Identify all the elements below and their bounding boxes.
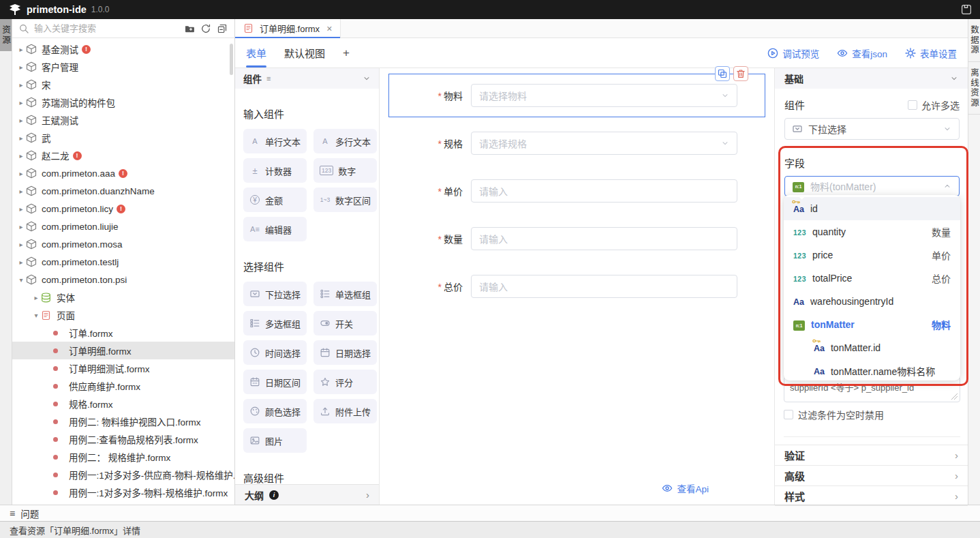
palette-item[interactable]: 评分 bbox=[313, 370, 377, 394]
tree-item[interactable]: 用例二: 物料维护视图入口.formx bbox=[12, 413, 234, 430]
palette-item[interactable]: 图片 bbox=[243, 428, 307, 453]
palette-item[interactable]: 附件上传 bbox=[313, 399, 377, 423]
palette-item[interactable]: ± 计数器 bbox=[243, 158, 307, 183]
checkbox-icon[interactable] bbox=[784, 410, 793, 419]
editor-tab[interactable]: 订单明细.formx × bbox=[235, 19, 341, 38]
palette-item[interactable]: ¥ 金额 bbox=[243, 188, 307, 212]
sidebar-tab-datasource[interactable]: 数据源 bbox=[968, 19, 980, 62]
toolbar-action-button[interactable]: 表单设置 bbox=[905, 46, 957, 60]
outline-bar[interactable]: 大纲 i › bbox=[235, 484, 379, 505]
palette-item[interactable]: 开关 bbox=[313, 311, 377, 335]
field-control[interactable]: 请选择物料 bbox=[471, 84, 737, 107]
chevron-down-icon[interactable] bbox=[363, 74, 371, 83]
tree-item[interactable]: 供应商维护.formx bbox=[12, 377, 234, 395]
expand-arrow-icon[interactable]: ▸ bbox=[16, 117, 26, 124]
palette-header[interactable]: 组件 ≡ bbox=[235, 68, 379, 89]
palette-item[interactable]: 单选框组 bbox=[313, 282, 377, 306]
palette-item[interactable]: A 多行文本 bbox=[313, 129, 377, 153]
refresh-icon[interactable] bbox=[200, 23, 211, 34]
multi-select-checkbox[interactable]: 允许多选 bbox=[908, 98, 960, 112]
palette-item[interactable]: 日期选择 bbox=[313, 340, 377, 365]
form-field-row[interactable]: *数量 请输入 bbox=[388, 217, 765, 260]
dropdown-option[interactable]: 123 totalPrice 总价 bbox=[784, 267, 960, 290]
problems-bar[interactable]: ≡ 问题 bbox=[0, 505, 980, 521]
tree-item[interactable]: ▸ com.primeton.mosa bbox=[12, 235, 234, 253]
expand-arrow-icon[interactable]: ▸ bbox=[16, 223, 26, 230]
delete-field-button[interactable] bbox=[733, 66, 748, 81]
expand-arrow-icon[interactable]: ▸ bbox=[31, 294, 41, 301]
form-field-row[interactable]: *规格 请选择规格 bbox=[388, 121, 765, 165]
expand-arrow-icon[interactable]: ▾ bbox=[16, 276, 26, 284]
view-tab[interactable]: 表单 bbox=[246, 38, 266, 68]
tree-item[interactable]: ▸ 赵二龙 bbox=[12, 147, 234, 164]
props-collapsed-section[interactable]: 高级 › bbox=[775, 465, 968, 485]
tree-item[interactable]: 用例一:1对多对多-物料-规格维护.formx bbox=[12, 483, 234, 501]
expand-arrow-icon[interactable]: ▸ bbox=[16, 258, 26, 266]
view-api-link[interactable]: 查看Api bbox=[662, 481, 709, 495]
toolbar-action-button[interactable]: 调试预览 bbox=[767, 46, 819, 60]
search-input[interactable] bbox=[34, 23, 179, 33]
palette-item[interactable]: 下拉选择 bbox=[243, 282, 307, 306]
copy-field-button[interactable] bbox=[715, 66, 730, 81]
form-field-row[interactable]: *物料 请选择物料 bbox=[388, 74, 765, 117]
sidebar-tab-resources[interactable]: 资源 bbox=[0, 19, 12, 51]
expand-arrow-icon[interactable]: ▾ bbox=[31, 312, 41, 319]
tree-item[interactable]: 用例二： 规格维护.formx bbox=[12, 448, 234, 466]
tree-item[interactable]: 用例二:查看物品规格列表.formx bbox=[12, 430, 234, 448]
expand-arrow-icon[interactable]: ▸ bbox=[16, 241, 26, 248]
collapse-all-icon[interactable] bbox=[217, 23, 228, 34]
tree-item[interactable]: ▸ 武 bbox=[12, 129, 234, 147]
tree-item[interactable]: 规格.formx bbox=[12, 395, 234, 413]
palette-item[interactable]: A 单行文本 bbox=[243, 129, 307, 153]
component-type-select[interactable]: 下拉选择 bbox=[784, 118, 960, 140]
palette-item[interactable]: A≡ 编辑器 bbox=[243, 217, 307, 241]
dropdown-option[interactable]: Aa tonMatter.name物料名称 bbox=[784, 359, 960, 380]
tree-item[interactable]: ▾ 页面 bbox=[12, 306, 234, 324]
tree-item[interactable]: ▸ com.primeton.testlj bbox=[12, 253, 234, 271]
new-folder-icon[interactable] bbox=[184, 23, 195, 34]
sidebar-tab-offline-resources[interactable]: 离线资源 bbox=[968, 62, 980, 115]
filter-disable-checkbox[interactable]: 过滤条件为空时禁用 bbox=[784, 408, 884, 421]
dropdown-option[interactable]: 123 price 单价 bbox=[784, 243, 960, 267]
view-tab[interactable]: + bbox=[343, 38, 350, 68]
close-tab-icon[interactable]: × bbox=[326, 23, 332, 34]
expand-arrow-icon[interactable]: ▸ bbox=[16, 205, 26, 213]
palette-item[interactable]: 1~3 数字区间 bbox=[313, 188, 377, 212]
field-control[interactable]: 请选择规格 bbox=[471, 132, 737, 155]
field-control[interactable]: 请输入 bbox=[471, 275, 737, 298]
tree-item[interactable]: ▸ 宋 bbox=[12, 76, 234, 93]
tree-item[interactable]: ▸ 王斌测试 bbox=[12, 111, 234, 129]
form-field-row[interactable]: *总价 请输入 bbox=[388, 265, 765, 308]
expand-arrow-icon[interactable]: ▸ bbox=[16, 188, 26, 195]
palette-item[interactable]: 123 数字 bbox=[313, 158, 377, 183]
tree-item[interactable]: ▸ 苏瑞测试的构件包 bbox=[12, 93, 234, 111]
expand-arrow-icon[interactable]: ▸ bbox=[16, 81, 26, 89]
expand-arrow-icon[interactable]: ▸ bbox=[16, 170, 26, 177]
tree-item[interactable]: ▸ 实体 bbox=[12, 288, 234, 306]
props-collapsed-section[interactable]: 样式 › bbox=[775, 485, 968, 506]
toolbar-action-button[interactable]: 查看json bbox=[837, 46, 887, 60]
expand-arrow-icon[interactable]: ▸ bbox=[16, 63, 26, 71]
tree-item[interactable]: ▸ com.primeton.duanzhName bbox=[12, 182, 234, 200]
save-layout-icon[interactable] bbox=[961, 4, 972, 15]
palette-item[interactable]: 日期区间 bbox=[243, 370, 307, 394]
tree-item[interactable]: 订单明细测试.formx bbox=[12, 359, 234, 377]
form-field-row[interactable]: *单价 请输入 bbox=[388, 169, 765, 213]
palette-item[interactable]: 多选框组 bbox=[243, 311, 307, 335]
dropdown-option[interactable]: Aa warehousingentryId bbox=[784, 290, 960, 313]
expand-arrow-icon[interactable]: ▸ bbox=[16, 134, 26, 142]
tree-item[interactable]: 订单明细.formx bbox=[12, 342, 234, 359]
tree-scrollbar[interactable] bbox=[230, 44, 233, 75]
field-control[interactable]: 请输入 bbox=[471, 179, 737, 203]
dropdown-option[interactable]: Aa tonMatter.id bbox=[784, 336, 960, 359]
props-section-basic[interactable]: 基础 bbox=[775, 68, 968, 89]
view-tab[interactable]: 默认视图 bbox=[284, 38, 325, 68]
palette-item[interactable]: 时间选择 bbox=[243, 340, 307, 365]
tree-item[interactable]: 用例一:1对多对多-供应商-物料-规格维护.formx bbox=[12, 466, 234, 483]
tree-item[interactable]: ▸ com.primeton.aaa bbox=[12, 164, 234, 182]
palette-item[interactable]: 颜色选择 bbox=[243, 399, 307, 423]
tree-item[interactable]: ▸ 客户管理 bbox=[12, 58, 234, 76]
props-collapsed-section[interactable]: 验证 › bbox=[775, 445, 968, 465]
dropdown-option[interactable]: Aa id bbox=[784, 197, 960, 220]
expand-arrow-icon[interactable]: ▸ bbox=[16, 152, 26, 160]
